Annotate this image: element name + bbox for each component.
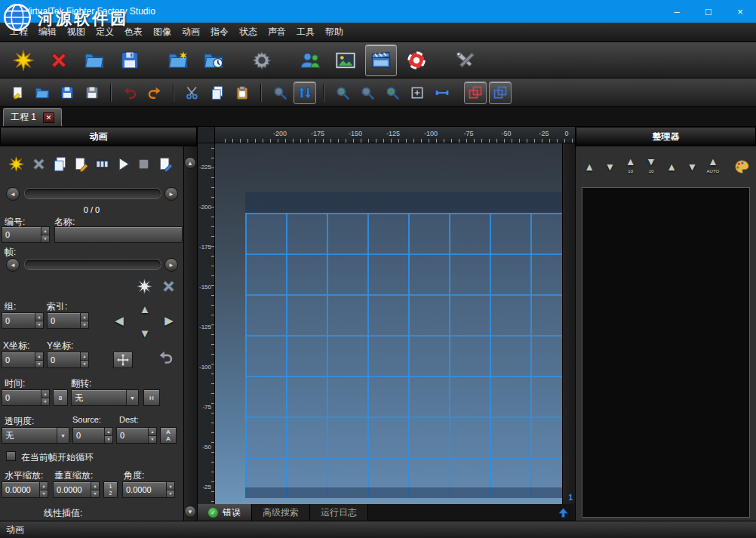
onion-skin-prev-button[interactable] [464,81,487,104]
anim-new-button[interactable] [6,154,26,174]
animation-slider[interactable] [24,188,161,199]
anim-prev-button[interactable] [6,187,20,201]
org-move-down-10-button[interactable]: 10 [644,154,659,180]
move-down-button[interactable] [136,324,154,341]
menu-item-states[interactable]: 状态 [237,24,260,40]
menu-item-tools[interactable]: 工具 [294,24,317,40]
scroll-to-top-button[interactable] [551,504,575,521]
org-move-up-10-button[interactable]: 10 [623,154,638,180]
menu-item-sprites[interactable]: 图像 [151,24,174,40]
onion-skin-next-button[interactable] [489,81,512,104]
center-axis-button[interactable] [113,352,133,368]
tab-advanced-search[interactable]: 高级搜索 [252,504,310,521]
minimize-button[interactable]: – [661,0,693,23]
copy-button[interactable] [206,81,229,104]
alpha-preset-button[interactable]: A A [160,427,177,444]
anim-delete-button[interactable] [29,154,48,174]
revert-button[interactable] [154,347,177,367]
menu-item-commands[interactable]: 指令 [208,24,231,40]
anim-next-button[interactable] [164,187,178,201]
name-input[interactable] [54,226,183,243]
number-spin[interactable]: 0 [2,226,50,243]
save-project-button[interactable] [114,45,146,76]
loop-checkbox[interactable] [6,451,16,461]
find-button[interactable] [269,81,291,104]
zoom-out-button[interactable] [331,81,354,104]
move-up-button[interactable] [136,300,154,317]
open-file-button[interactable] [31,81,54,104]
index-spin[interactable]: 0 [47,312,89,329]
tab-errors[interactable]: ✓ 错误 [198,504,252,521]
group-spin[interactable]: 0 [2,312,44,329]
frame-prev-button[interactable] [6,258,20,272]
move-left-button[interactable] [110,312,128,329]
fit-view-button[interactable] [406,81,429,104]
sync-button[interactable] [293,81,316,104]
recent-files-button[interactable] [198,45,229,76]
anim-film-button[interactable] [92,154,112,174]
open-files-button[interactable] [162,45,194,76]
maximize-button[interactable]: □ [693,0,724,23]
anim-copy-button[interactable] [50,154,69,174]
undo-button[interactable] [118,81,141,104]
tab-run-log[interactable]: 运行日志 [310,504,368,521]
project-tab-close-button[interactable]: ✕ [43,112,54,123]
save-all-button[interactable] [81,81,103,104]
project-tab[interactable]: 工程 1 ✕ [3,108,62,126]
redo-button[interactable] [143,81,166,104]
character-button[interactable] [294,45,326,76]
save-file-button[interactable] [56,81,78,104]
org-move-top-button[interactable] [664,154,679,180]
menu-item-help[interactable]: 帮助 [323,24,346,40]
zoom-reset-button[interactable] [356,81,379,104]
help-button[interactable] [401,45,432,76]
organizer-list[interactable] [582,187,750,518]
anim-edit-button[interactable] [71,154,91,174]
org-palette-button[interactable] [733,154,750,180]
canvas-vertical-scrollbar[interactable]: 1 [562,143,575,504]
close-project-button[interactable] [43,45,75,76]
scroll-down-button[interactable] [184,506,196,518]
open-project-button[interactable] [78,45,110,76]
time-spin[interactable]: 0 [2,389,50,406]
frame-slider[interactable] [24,259,161,270]
flip-v-button[interactable]: 8 [53,389,68,406]
org-move-up-button[interactable] [582,154,597,180]
y-coord-spin[interactable]: 0 [47,352,89,368]
paste-button[interactable] [231,81,254,104]
anim-stop-button[interactable] [134,154,153,174]
angle-spin[interactable]: 0.0000 [122,481,175,498]
animation-panel-scrollbar[interactable] [183,146,197,521]
scroll-up-button[interactable] [184,157,196,169]
org-move-bottom-button[interactable] [684,154,699,180]
alpha-dropdown[interactable]: 无 [2,427,69,444]
new-file-button[interactable] [6,81,29,104]
settings-button[interactable] [246,45,278,76]
frame-next-button[interactable] [164,258,178,272]
stage-canvas[interactable] [215,143,562,504]
dest-spin[interactable]: 0 [116,427,157,444]
zoom-in-button[interactable] [381,81,404,104]
frame-delete-button[interactable] [158,276,178,296]
vscale-spin[interactable]: 0.0000 [53,481,100,498]
source-spin[interactable]: 0 [72,427,113,444]
menu-item-animations[interactable]: 动画 [180,24,202,40]
close-button[interactable]: × [724,0,756,23]
anim-play-button[interactable] [113,154,133,174]
cut-button[interactable] [181,81,204,104]
sprites-button[interactable] [330,45,361,76]
move-right-button[interactable] [160,312,178,329]
axis-button[interactable] [431,81,453,104]
menu-item-sounds[interactable]: 声音 [266,24,288,40]
tools-button[interactable] [449,45,481,76]
flip-h-button[interactable]: H [143,389,160,406]
flip-dropdown[interactable]: 无 [71,389,139,406]
new-project-button[interactable] [8,45,39,76]
hscale-spin[interactable]: 0.0000 [2,481,48,498]
anim-edit-blue-button[interactable] [155,154,175,174]
org-move-down-button[interactable] [602,154,617,180]
frame-add-button[interactable] [134,276,154,296]
scale-link-button[interactable]: 1 2 [103,481,118,498]
animations-button[interactable] [365,45,397,76]
org-auto-sort-button[interactable]: AUTO [705,154,721,180]
